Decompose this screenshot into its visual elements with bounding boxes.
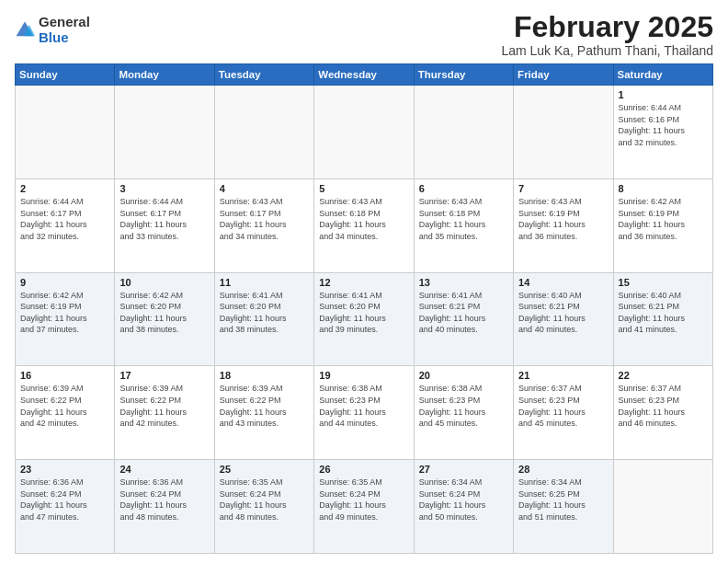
day-info: Sunrise: 6:43 AM Sunset: 6:19 PM Dayligh… [518,196,608,242]
logo-icon [15,20,35,40]
day-info: Sunrise: 6:39 AM Sunset: 6:22 PM Dayligh… [119,383,209,429]
calendar-cell: 9Sunrise: 6:42 AM Sunset: 6:19 PM Daylig… [16,272,115,366]
day-number: 28 [518,464,608,475]
day-info: Sunrise: 6:37 AM Sunset: 6:23 PM Dayligh… [518,383,608,429]
day-info: Sunrise: 6:39 AM Sunset: 6:22 PM Dayligh… [20,383,109,429]
day-number: 7 [518,183,608,194]
day-number: 25 [220,464,309,475]
header: General Blue February 2025 Lam Luk Ka, P… [15,11,713,58]
calendar-cell: 27Sunrise: 6:34 AM Sunset: 6:24 PM Dayli… [414,460,513,554]
day-number: 19 [319,370,408,381]
calendar-cell: 4Sunrise: 6:43 AM Sunset: 6:17 PM Daylig… [214,178,313,272]
calendar-cell: 8Sunrise: 6:42 AM Sunset: 6:19 PM Daylig… [613,178,712,272]
day-number: 24 [119,464,209,475]
calendar-cell: 17Sunrise: 6:39 AM Sunset: 6:22 PM Dayli… [115,366,214,460]
day-info: Sunrise: 6:35 AM Sunset: 6:24 PM Dayligh… [220,477,309,523]
header-sunday: Sunday [16,64,115,86]
calendar-cell: 18Sunrise: 6:39 AM Sunset: 6:22 PM Dayli… [214,366,313,460]
calendar-cell: 25Sunrise: 6:35 AM Sunset: 6:24 PM Dayli… [214,460,313,554]
calendar-cell: 7Sunrise: 6:43 AM Sunset: 6:19 PM Daylig… [514,178,613,272]
day-number: 26 [319,464,408,475]
day-info: Sunrise: 6:38 AM Sunset: 6:23 PM Dayligh… [419,383,508,429]
calendar-cell: 14Sunrise: 6:40 AM Sunset: 6:21 PM Dayli… [514,272,613,366]
day-info: Sunrise: 6:36 AM Sunset: 6:24 PM Dayligh… [20,477,109,523]
calendar-table: Sunday Monday Tuesday Wednesday Thursday… [15,63,713,554]
calendar-cell: 23Sunrise: 6:36 AM Sunset: 6:24 PM Dayli… [16,460,115,554]
day-number: 11 [220,277,309,288]
calendar-subtitle: Lam Luk Ka, Pathum Thani, Thailand [501,43,713,58]
calendar-cell: 1Sunrise: 6:44 AM Sunset: 6:16 PM Daylig… [613,86,712,179]
day-info: Sunrise: 6:42 AM Sunset: 6:19 PM Dayligh… [619,196,708,242]
logo-general-text: General [39,15,90,30]
day-number: 8 [619,183,708,194]
calendar-title: February 2025 [501,11,713,43]
calendar-cell [314,86,414,179]
calendar-cell: 2Sunrise: 6:44 AM Sunset: 6:17 PM Daylig… [16,178,115,272]
weekday-header-row: Sunday Monday Tuesday Wednesday Thursday… [16,64,713,86]
day-number: 15 [619,277,708,288]
day-number: 18 [220,370,309,381]
header-friday: Friday [514,64,613,86]
logo-text: General Blue [39,15,90,45]
day-number: 16 [20,370,109,381]
day-info: Sunrise: 6:34 AM Sunset: 6:24 PM Dayligh… [419,477,508,523]
week-row-3: 9Sunrise: 6:42 AM Sunset: 6:19 PM Daylig… [16,272,713,366]
day-number: 3 [119,183,209,194]
day-info: Sunrise: 6:41 AM Sunset: 6:20 PM Dayligh… [220,290,309,336]
day-info: Sunrise: 6:44 AM Sunset: 6:16 PM Dayligh… [619,102,708,148]
header-wednesday: Wednesday [314,64,414,86]
calendar-cell: 19Sunrise: 6:38 AM Sunset: 6:23 PM Dayli… [314,366,414,460]
calendar-cell [414,86,513,179]
day-number: 1 [619,89,708,100]
week-row-4: 16Sunrise: 6:39 AM Sunset: 6:22 PM Dayli… [16,366,713,460]
day-number: 10 [119,277,209,288]
day-info: Sunrise: 6:43 AM Sunset: 6:18 PM Dayligh… [319,196,408,242]
logo: General Blue [15,15,90,45]
day-number: 2 [20,183,109,194]
day-number: 27 [419,464,508,475]
title-block: February 2025 Lam Luk Ka, Pathum Thani, … [501,11,713,58]
calendar-cell: 21Sunrise: 6:37 AM Sunset: 6:23 PM Dayli… [514,366,613,460]
day-number: 4 [220,183,309,194]
calendar-cell [115,86,214,179]
calendar-cell: 6Sunrise: 6:43 AM Sunset: 6:18 PM Daylig… [414,178,513,272]
calendar-cell: 22Sunrise: 6:37 AM Sunset: 6:23 PM Dayli… [613,366,712,460]
day-info: Sunrise: 6:44 AM Sunset: 6:17 PM Dayligh… [119,196,209,242]
week-row-5: 23Sunrise: 6:36 AM Sunset: 6:24 PM Dayli… [16,460,713,554]
day-info: Sunrise: 6:40 AM Sunset: 6:21 PM Dayligh… [518,290,608,336]
week-row-2: 2Sunrise: 6:44 AM Sunset: 6:17 PM Daylig… [16,178,713,272]
day-info: Sunrise: 6:43 AM Sunset: 6:17 PM Dayligh… [220,196,309,242]
header-thursday: Thursday [414,64,513,86]
day-number: 21 [518,370,608,381]
day-number: 9 [20,277,109,288]
day-info: Sunrise: 6:41 AM Sunset: 6:20 PM Dayligh… [319,290,408,336]
calendar-cell: 24Sunrise: 6:36 AM Sunset: 6:24 PM Dayli… [115,460,214,554]
day-number: 14 [518,277,608,288]
calendar-cell: 5Sunrise: 6:43 AM Sunset: 6:18 PM Daylig… [314,178,414,272]
page: General Blue February 2025 Lam Luk Ka, P… [0,0,728,563]
day-number: 6 [419,183,508,194]
day-info: Sunrise: 6:35 AM Sunset: 6:24 PM Dayligh… [319,477,408,523]
calendar-cell: 26Sunrise: 6:35 AM Sunset: 6:24 PM Dayli… [314,460,414,554]
day-info: Sunrise: 6:41 AM Sunset: 6:21 PM Dayligh… [419,290,508,336]
calendar-cell [613,460,712,554]
calendar-cell: 11Sunrise: 6:41 AM Sunset: 6:20 PM Dayli… [214,272,313,366]
day-info: Sunrise: 6:42 AM Sunset: 6:19 PM Dayligh… [20,290,109,336]
calendar-cell: 12Sunrise: 6:41 AM Sunset: 6:20 PM Dayli… [314,272,414,366]
day-number: 5 [319,183,408,194]
day-number: 23 [20,464,109,475]
day-number: 17 [119,370,209,381]
day-info: Sunrise: 6:34 AM Sunset: 6:25 PM Dayligh… [518,477,608,523]
calendar-cell [514,86,613,179]
calendar-cell [214,86,313,179]
day-info: Sunrise: 6:42 AM Sunset: 6:20 PM Dayligh… [119,290,209,336]
day-number: 22 [619,370,708,381]
calendar-cell: 16Sunrise: 6:39 AM Sunset: 6:22 PM Dayli… [16,366,115,460]
week-row-1: 1Sunrise: 6:44 AM Sunset: 6:16 PM Daylig… [16,86,713,179]
calendar-cell: 3Sunrise: 6:44 AM Sunset: 6:17 PM Daylig… [115,178,214,272]
calendar-cell: 13Sunrise: 6:41 AM Sunset: 6:21 PM Dayli… [414,272,513,366]
header-monday: Monday [115,64,214,86]
day-info: Sunrise: 6:44 AM Sunset: 6:17 PM Dayligh… [20,196,109,242]
header-tuesday: Tuesday [214,64,313,86]
day-number: 12 [319,277,408,288]
